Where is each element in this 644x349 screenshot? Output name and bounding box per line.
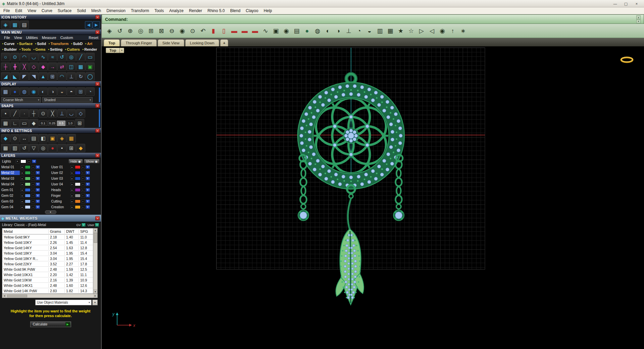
display-accent-bar[interactable]	[99, 87, 100, 102]
layer-expand-icon[interactable]: ▸	[70, 177, 74, 180]
spotlight-icon[interactable]: ◒	[364, 26, 375, 36]
loft-tool-icon[interactable]: ◣	[10, 72, 19, 81]
layer-expand-icon[interactable]: ▸	[70, 205, 74, 209]
menu-clayoo[interactable]: Clayoo	[243, 8, 261, 14]
metal-table-row[interactable]: White Gold:10KW2.161.3910.9	[2, 277, 97, 283]
lock-view-toggle-icon[interactable]: ▪	[57, 144, 66, 152]
layer-visibility-toggle[interactable]: I	[36, 205, 40, 209]
snowflake-icon[interactable]: ∗	[458, 26, 468, 36]
layer-visibility-toggle[interactable]: I	[86, 200, 90, 203]
gem-loader-icon[interactable]: ◈	[57, 134, 66, 142]
layers-expand-button[interactable]: ▾	[45, 210, 56, 214]
menu-mesh[interactable]: Mesh	[89, 8, 104, 14]
weight-calculator-icon[interactable]: ▣	[48, 134, 57, 142]
snaps-accent-bar[interactable]	[99, 109, 100, 127]
camera-path-icon[interactable]: ∿	[260, 26, 270, 36]
layer-visibility-toggle[interactable]: I	[36, 177, 40, 180]
gem-info-icon[interactable]: ◆	[1, 134, 10, 142]
surface-corner-tool-icon[interactable]: ◢	[1, 72, 10, 81]
set-view-red-3-icon[interactable]: ▬	[229, 26, 239, 36]
circle-tool-icon[interactable]: ○	[1, 53, 10, 61]
layer-visibility-toggle[interactable]: I	[86, 188, 90, 192]
layer-lock-icon[interactable]: ▪	[81, 194, 85, 198]
layer-color-swatch[interactable]	[25, 205, 31, 209]
plane-b-icon[interactable]: ◁	[427, 26, 437, 36]
close-icon[interactable]: ×	[95, 30, 100, 34]
menu-link-solid[interactable]: ●Solid	[34, 42, 47, 46]
snap-tangent-icon[interactable]: ◡	[67, 109, 76, 118]
pen-mode-icon[interactable]: ◓	[67, 87, 76, 96]
layer-name[interactable]: Metal 03	[1, 176, 20, 181]
filter-panel-icon[interactable]: ▽	[29, 144, 38, 152]
layer-visibility-toggle[interactable]: I	[36, 188, 40, 192]
layer-color-swatch[interactable]	[75, 171, 81, 175]
close-icon[interactable]: ×	[95, 15, 100, 19]
snap-mid-icon[interactable]: ┼	[29, 109, 38, 118]
arc-sed-tool-icon[interactable]: ◡	[29, 53, 38, 61]
close-icon[interactable]: ×	[95, 82, 100, 86]
calculate-button[interactable]: Calculate ▶	[30, 321, 71, 327]
snap-quadrant-icon[interactable]: ◇	[76, 109, 85, 118]
arc-tool-icon[interactable]: ◠	[20, 53, 29, 61]
menu-link-art[interactable]: ●Art	[84, 42, 93, 46]
floor-grid-mode-icon[interactable]: ⊞	[76, 87, 85, 96]
recent-builder-tool-icon[interactable]: ▦	[10, 20, 19, 29]
layer-lock-icon[interactable]: ▪	[31, 177, 35, 180]
material-ring-preview[interactable]	[621, 57, 633, 62]
gem-place-tool-icon[interactable]: ◆	[39, 62, 48, 71]
layer-color-swatch[interactable]	[75, 177, 81, 180]
chevron-down-icon[interactable]: ▾	[120, 48, 124, 53]
main-menu-custom[interactable]: Custom	[58, 36, 75, 40]
units-settings-icon[interactable]: ▥	[10, 144, 19, 152]
layer-expand-icon[interactable]: ▸	[16, 160, 19, 163]
layer-lock-icon[interactable]: ▪	[27, 160, 31, 163]
layer-name[interactable]: Metal 04	[1, 182, 20, 186]
layer-expand-icon[interactable]: ▸	[20, 165, 24, 169]
history-forward-button[interactable]: ▶	[93, 21, 100, 29]
layer-visibility-toggle[interactable]: I	[86, 182, 90, 186]
menu-help[interactable]: Help	[261, 8, 275, 14]
artistic-mode-icon[interactable]: ◒	[57, 87, 66, 96]
layer-expand-icon[interactable]: ▸	[70, 171, 74, 175]
snap-value-0-1[interactable]: 0.1	[39, 121, 47, 126]
layer-lock-icon[interactable]: ▪	[81, 188, 85, 192]
layer-expand-icon[interactable]: ▸	[70, 182, 74, 186]
layer-color-swatch[interactable]	[25, 200, 31, 203]
layer-expand-icon[interactable]: ▸	[70, 165, 74, 169]
metal-table-row[interactable]: White Gold:14K PdW2.831.8214.3	[2, 288, 97, 294]
layer-expand-icon[interactable]: ▸	[20, 194, 24, 198]
render-preview-icon[interactable]: ●	[302, 26, 312, 36]
layer-lock-icon[interactable]: ▪	[31, 200, 35, 203]
rotate-view-icon[interactable]: ↺	[115, 26, 125, 36]
menu-view[interactable]: View	[25, 8, 39, 14]
person-pair-icon[interactable]: ◔	[354, 26, 364, 36]
layer-color-swatch[interactable]	[75, 182, 81, 186]
copy-tool-icon[interactable]: ⇄	[57, 62, 66, 71]
pan-icon[interactable]: ◈	[104, 26, 114, 36]
snap-value-0-5[interactable]: 0.5	[57, 121, 65, 126]
layer-expand-icon[interactable]: ▸	[70, 188, 74, 192]
viewport-canvas[interactable]: yx	[102, 46, 644, 349]
menu-curve[interactable]: Curve	[39, 8, 55, 14]
plumb-line-icon[interactable]: ⊥	[344, 26, 354, 36]
helix-tool-icon[interactable]: ↺	[57, 53, 66, 61]
layer-color-swatch[interactable]	[25, 188, 31, 192]
materials-options-button[interactable]: ▾	[92, 300, 98, 305]
layer-name[interactable]: Metal 02	[1, 171, 20, 175]
close-button[interactable]: ×	[631, 0, 642, 7]
metal-table-row[interactable]: White Gold:10KX12.201.4211.1	[2, 272, 97, 277]
maximize-button[interactable]: ▢	[621, 0, 631, 7]
star-b-icon[interactable]: ☆	[406, 26, 416, 36]
planar-mode-icon[interactable]: ▭	[20, 119, 29, 127]
recent-grid-tool-icon[interactable]: ▤	[20, 20, 29, 29]
undo-view-icon[interactable]: ↶	[198, 26, 208, 36]
layer-expand-icon[interactable]: ▸	[20, 200, 24, 203]
add-view-tab-button[interactable]: +	[220, 39, 229, 46]
layer-lock-icon[interactable]: ▪	[31, 171, 35, 175]
magnify-lens-icon[interactable]: ◍	[312, 26, 323, 36]
layer-expand-icon[interactable]: ▸	[20, 171, 24, 175]
vertical-scrollbar[interactable]: ▲ ▼	[93, 228, 97, 294]
menu-dimension[interactable]: Dimension	[104, 8, 128, 14]
layer-visibility-toggle[interactable]: I	[86, 165, 90, 169]
close-icon[interactable]: ×	[95, 104, 100, 108]
